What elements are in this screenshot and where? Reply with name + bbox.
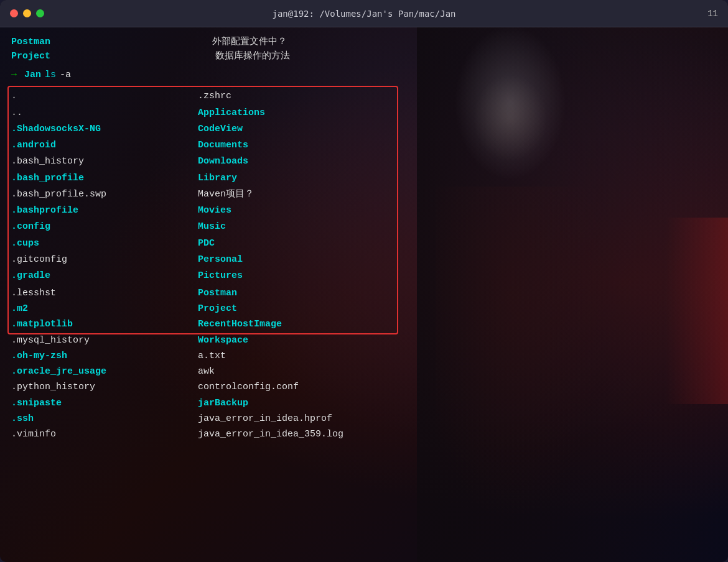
ls-boxed-grid: ..zshrc..Applications.ShadowsocksX-NGCod…: [11, 88, 717, 284]
ls-right-item: CodeView: [198, 121, 385, 137]
tab-number: 11: [707, 9, 718, 19]
ls-left-item: .gradle: [11, 268, 198, 284]
ls-bottom-right-item: a.txt: [198, 348, 385, 364]
ls-bottom-left-item: .lesshst: [11, 285, 198, 301]
ls-right-item: Library: [198, 170, 385, 186]
ls-right-item: PDC: [198, 235, 385, 251]
header-line-2: Project 数据库操作的方法: [11, 49, 717, 63]
ls-bottom-right-item: Postman: [198, 285, 385, 301]
ls-left-item: .bash_profile.swp: [11, 186, 198, 202]
ls-right-item: Music: [198, 219, 385, 235]
title-bar: jan@192: /Volumes/Jan's Pan/mac/Jan 11: [0, 0, 728, 27]
ls-bottom-right-item: java_error_in_idea_359.log: [198, 426, 385, 442]
ls-left-item: .gitconfig: [11, 251, 198, 267]
maximize-button[interactable]: [36, 9, 44, 17]
ls-right-item: Downloads: [198, 154, 385, 170]
ls-bottom-left-item: .mysql_history: [11, 333, 198, 348]
header-section: Postman 外部配置文件中？ Project 数据库操作的方法: [11, 35, 717, 64]
terminal-content: Postman 外部配置文件中？ Project 数据库操作的方法 → Jan …: [0, 27, 728, 449]
ls-bottom-left-item: .matplotlib: [11, 316, 198, 332]
ls-left-item: .cups: [11, 235, 198, 251]
terminal-window: jan@192: /Volumes/Jan's Pan/mac/Jan 11 P…: [0, 0, 728, 562]
ls-bottom-right-item: jarBackup: [198, 395, 385, 411]
ls-right-item: Documents: [198, 137, 385, 154]
window-title: jan@192: /Volumes/Jan's Pan/mac/Jan: [272, 9, 455, 19]
prompt-line: → Jan ls -a: [11, 68, 717, 82]
ls-left-item: ..: [11, 104, 198, 121]
header-line-1: Postman 外部配置文件中？: [11, 35, 717, 49]
ls-left-item: .bash_history: [11, 154, 198, 170]
ls-bottom-left-item: .python_history: [11, 379, 198, 395]
ls-bottom-left-item: .snipaste: [11, 395, 198, 411]
header-line1-right: 外部配置文件中？: [212, 35, 287, 49]
ls-bottom-left-item: .m2: [11, 301, 198, 316]
ls-bottom-right-item: controlconfig.conf: [198, 379, 385, 395]
prompt-cmd: ls: [45, 68, 56, 82]
ls-left-item: .bash_profile: [11, 170, 198, 186]
ls-right-item: Movies: [198, 203, 385, 219]
project-label: Project: [11, 49, 50, 63]
close-button[interactable]: [10, 9, 18, 17]
postman-label: Postman: [11, 35, 50, 49]
ls-bottom-right-item: Project: [198, 301, 385, 316]
minimize-button[interactable]: [23, 9, 31, 17]
prompt-dir: Jan: [24, 68, 41, 82]
header-line2-right: 数据库操作的方法: [215, 49, 290, 63]
ls-bottom-left-item: .oh-my-zsh: [11, 348, 198, 364]
ls-right-item: Maven项目？: [198, 186, 385, 202]
ls-bottom-right-item: Workspace: [198, 333, 385, 348]
ls-bottom-left-item: .ssh: [11, 411, 198, 426]
ls-bottom-right-item: RecentHostImage: [198, 316, 385, 332]
ls-left-item: .config: [11, 219, 198, 235]
ls-bottom-right-item: java_error_in_idea.hprof: [198, 411, 385, 426]
ls-right-item: .zshrc: [198, 88, 385, 104]
ls-bottom-left-item: .oracle_jre_usage: [11, 364, 198, 379]
ls-output-section: ..zshrc..Applications.ShadowsocksX-NGCod…: [11, 88, 717, 443]
ls-bottom-left-item: .viminfo: [11, 426, 198, 442]
ls-right-item: Applications: [198, 104, 385, 121]
ls-right-item: Personal: [198, 251, 385, 267]
traffic-lights: [10, 9, 44, 17]
ls-bottom-right-item: awk: [198, 364, 385, 379]
ls-left-item: .bashprofile: [11, 203, 198, 219]
ls-left-item: .ShadowsocksX-NG: [11, 121, 198, 137]
ls-bottom-grid: .lesshstPostman.m2Project.matplotlibRece…: [11, 285, 717, 443]
ls-right-item: Pictures: [198, 268, 385, 284]
prompt-flag: -a: [60, 68, 71, 82]
ls-left-item: .: [11, 88, 198, 104]
prompt-arrow: →: [11, 68, 17, 82]
ls-left-item: .android: [11, 137, 198, 154]
